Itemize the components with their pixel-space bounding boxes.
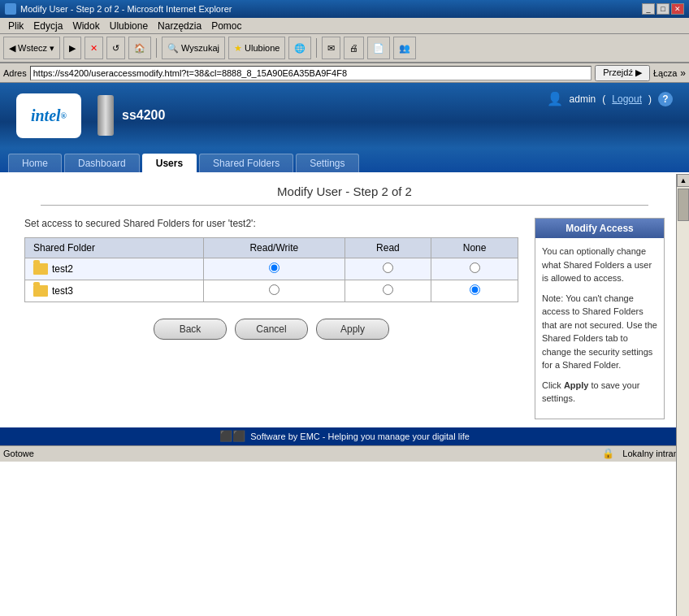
search-button[interactable]: 🔍 Wyszukaj: [162, 37, 225, 59]
back-action-button[interactable]: Back: [154, 319, 227, 340]
links-label: Łącza: [653, 68, 677, 78]
col-header-readwrite: Read/Write: [204, 238, 345, 258]
menu-plik[interactable]: Plik: [3, 20, 28, 33]
radio-read-row-1[interactable]: [383, 284, 393, 295]
logout-link[interactable]: Logout: [612, 93, 642, 105]
table-row: test2: [25, 258, 518, 280]
radio-none-row-0[interactable]: [470, 262, 480, 273]
people-button[interactable]: 👥: [393, 37, 416, 59]
title-divider: [41, 205, 648, 206]
app-icon: [5, 3, 16, 15]
table-row: test3: [25, 280, 518, 302]
title-bar: Modify User - Step 2 of 2 - Microsoft In…: [0, 0, 689, 18]
help-button[interactable]: ?: [658, 92, 673, 106]
page-title: Modify User - Step 2 of 2: [0, 184, 689, 198]
back-arrow-icon: ◀: [9, 43, 15, 54]
intel-logo: intel®: [16, 93, 81, 138]
radio-cell-readWrite[interactable]: [204, 258, 345, 280]
radio-readWrite-row-1[interactable]: [269, 284, 280, 295]
radio-readWrite-row-0[interactable]: [269, 262, 280, 273]
window-title: Modify User - Step 2 of 2 - Microsoft In…: [20, 4, 232, 14]
media-icon: 🌐: [294, 43, 306, 54]
refresh-button[interactable]: ↺: [106, 37, 125, 59]
address-input[interactable]: [30, 66, 592, 80]
stop-button[interactable]: ✕: [84, 37, 103, 59]
forward-button[interactable]: ▶: [63, 37, 81, 59]
header-right: 👤 admin ( Logout ) ?: [547, 91, 673, 106]
cancel-button[interactable]: Cancel: [235, 319, 308, 340]
edit-button[interactable]: 📄: [367, 37, 390, 59]
scroll-up-button[interactable]: ▲: [677, 174, 689, 187]
dropdown-icon: ▾: [50, 43, 54, 54]
page-body: Modify User - Step 2 of 2 Set access to …: [0, 172, 689, 445]
tab-dashboard[interactable]: Dashboard: [64, 154, 140, 172]
star-icon: ★: [234, 43, 242, 54]
folder-name: test3: [52, 285, 73, 297]
menu-edycja[interactable]: Edycja: [28, 20, 67, 33]
tab-shared-folders[interactable]: Shared Folders: [199, 154, 293, 172]
set-access-label: Set access to secured Shared Folders for…: [24, 218, 518, 229]
refresh-icon: ↺: [112, 43, 119, 54]
radio-none-row-1[interactable]: [470, 284, 480, 295]
user-icon: 👤: [547, 91, 563, 106]
apply-button[interactable]: Apply: [316, 319, 389, 340]
radio-cell-none[interactable]: [431, 258, 518, 280]
edit-icon: 📄: [373, 43, 384, 54]
toolbar: ◀ Wstecz ▾ ▶ ✕ ↺ 🏠 🔍 Wyszukaj ★ Ulubione…: [0, 34, 689, 63]
menu-bar: Plik Edycja Widok Ulubione Narzędzia Pom…: [0, 18, 689, 34]
radio-cell-read[interactable]: [344, 258, 431, 280]
access-table: Shared Folder Read/Write Read None test2…: [24, 237, 518, 302]
print-button[interactable]: 🖨: [344, 37, 364, 59]
address-bar: Adres Przejdź ▶ Łącza »: [0, 63, 689, 83]
radio-cell-read[interactable]: [344, 280, 431, 302]
menu-narzedzia[interactable]: Narzędzia: [153, 20, 206, 33]
scroll-track[interactable]: [677, 187, 689, 616]
status-right: 🔒 Lokalny intranet: [602, 448, 686, 459]
close-button[interactable]: ✕: [671, 3, 684, 15]
radio-cell-readWrite[interactable]: [204, 280, 345, 302]
menu-pomoc[interactable]: Pomoc: [206, 20, 246, 33]
col-header-none: None: [431, 238, 518, 258]
mail-button[interactable]: ✉: [322, 37, 340, 59]
page-title-section: Modify User - Step 2 of 2: [0, 172, 689, 210]
search-icon: 🔍: [167, 43, 179, 54]
button-row: Back Cancel Apply: [24, 302, 518, 352]
side-para-1: You can optionally change what Shared Fo…: [542, 245, 657, 285]
modify-access-header: Modify Access: [535, 219, 664, 238]
lock-icon: 🔒: [602, 448, 614, 459]
left-panel: Set access to secured Shared Folders for…: [24, 218, 518, 419]
footer-text: Software by EMC - Helping you manage you…: [250, 432, 470, 441]
col-header-folder: Shared Folder: [25, 238, 204, 258]
address-label: Adres: [3, 68, 27, 78]
minimize-button[interactable]: _: [642, 3, 655, 15]
scroll-thumb[interactable]: [678, 189, 689, 221]
folder-cell: test3: [25, 280, 204, 302]
radio-cell-none[interactable]: [431, 280, 518, 302]
print-icon: 🖨: [349, 43, 358, 53]
maximize-button[interactable]: □: [656, 3, 670, 15]
apply-bold: Apply: [564, 380, 589, 390]
menu-widok[interactable]: Widok: [67, 20, 104, 33]
people-icon: 👥: [399, 43, 410, 54]
status-text: Gotowe: [3, 449, 602, 458]
col-header-read: Read: [344, 238, 431, 258]
favorites-button[interactable]: ★ Ulubione: [228, 37, 285, 59]
tab-settings[interactable]: Settings: [296, 154, 358, 172]
emc-icon: ⬛⬛: [219, 430, 245, 442]
toolbar-separator: [156, 38, 157, 58]
tab-users[interactable]: Users: [142, 154, 197, 172]
admin-username: admin: [570, 93, 596, 105]
content-area: Set access to secured Shared Folders for…: [0, 210, 689, 427]
scrollbar[interactable]: ▲ ▼: [676, 174, 689, 616]
media-button[interactable]: 🌐: [288, 37, 311, 59]
go-button[interactable]: Przejdź ▶: [595, 65, 650, 81]
folder-icon: [33, 263, 48, 275]
tab-home[interactable]: Home: [8, 154, 62, 172]
modify-access-box: Modify Access You can optionally change …: [535, 218, 665, 419]
window-controls[interactable]: _ □ ✕: [642, 3, 684, 15]
home-button[interactable]: 🏠: [128, 37, 151, 59]
back-button[interactable]: ◀ Wstecz ▾: [3, 37, 60, 59]
menu-ulubione[interactable]: Ulubione: [105, 20, 153, 33]
folder-icon: [33, 285, 48, 297]
radio-read-row-0[interactable]: [383, 262, 393, 273]
